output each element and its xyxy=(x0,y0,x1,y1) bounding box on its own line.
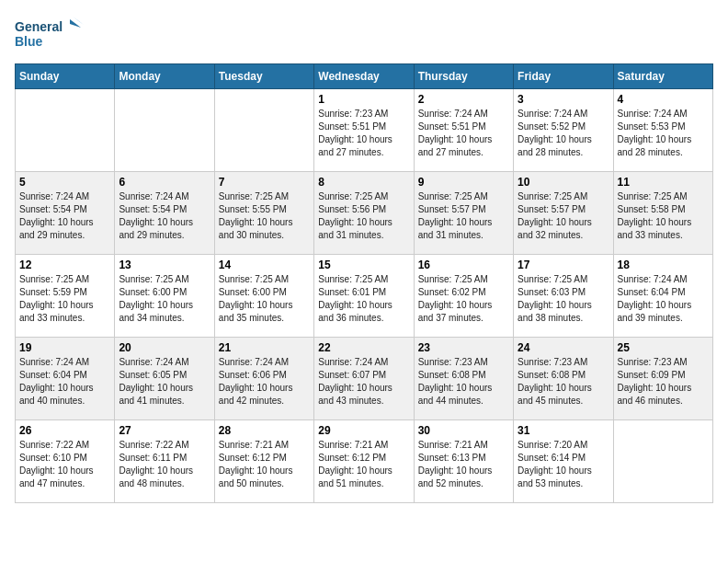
day-info: Sunrise: 7:24 AMSunset: 5:54 PMDaylight:… xyxy=(19,190,110,242)
weekday-header-thursday: Thursday xyxy=(414,64,513,89)
day-info: Sunrise: 7:20 AMSunset: 6:14 PMDaylight:… xyxy=(518,439,609,490)
calendar-cell: 11Sunrise: 7:25 AMSunset: 5:58 PMDayligh… xyxy=(613,172,712,255)
calendar-cell: 23Sunrise: 7:23 AMSunset: 6:08 PMDayligh… xyxy=(414,338,513,420)
day-number: 4 xyxy=(618,93,709,106)
logo: General Blue xyxy=(15,15,88,56)
day-number: 14 xyxy=(219,259,310,271)
calendar-cell: 6Sunrise: 7:24 AMSunset: 5:54 PMDaylight… xyxy=(115,172,214,255)
day-number: 17 xyxy=(518,259,609,271)
day-number: 28 xyxy=(219,424,310,437)
day-info: Sunrise: 7:25 AMSunset: 5:55 PMDaylight:… xyxy=(219,190,310,242)
day-info: Sunrise: 7:25 AMSunset: 6:00 PMDaylight:… xyxy=(219,273,310,325)
day-number: 16 xyxy=(418,259,509,271)
day-info: Sunrise: 7:24 AMSunset: 6:05 PMDaylight:… xyxy=(119,356,210,408)
day-info: Sunrise: 7:24 AMSunset: 5:52 PMDaylight:… xyxy=(518,108,609,159)
day-info: Sunrise: 7:22 AMSunset: 6:11 PMDaylight:… xyxy=(119,439,210,490)
day-number: 15 xyxy=(318,259,409,271)
calendar-cell: 31Sunrise: 7:20 AMSunset: 6:14 PMDayligh… xyxy=(514,420,613,503)
calendar-table: SundayMondayTuesdayWednesdayThursdayFrid… xyxy=(15,63,713,503)
day-info: Sunrise: 7:22 AMSunset: 6:10 PMDaylight:… xyxy=(19,439,110,490)
calendar-body: 1Sunrise: 7:23 AMSunset: 5:51 PMDaylight… xyxy=(16,89,713,503)
weekday-header-saturday: Saturday xyxy=(613,64,712,89)
day-info: Sunrise: 7:25 AMSunset: 6:03 PMDaylight:… xyxy=(518,273,609,325)
calendar-cell: 24Sunrise: 7:23 AMSunset: 6:08 PMDayligh… xyxy=(514,338,613,420)
weekday-header-monday: Monday xyxy=(115,64,214,89)
day-number: 27 xyxy=(119,424,210,437)
calendar-cell: 19Sunrise: 7:24 AMSunset: 6:04 PMDayligh… xyxy=(16,338,115,420)
day-number: 3 xyxy=(518,93,609,106)
calendar-cell: 12Sunrise: 7:25 AMSunset: 5:59 PMDayligh… xyxy=(16,255,115,338)
day-number: 6 xyxy=(119,176,210,189)
day-info: Sunrise: 7:24 AMSunset: 6:06 PMDaylight:… xyxy=(219,356,310,408)
calendar-week-2: 5Sunrise: 7:24 AMSunset: 5:54 PMDaylight… xyxy=(16,172,713,255)
calendar-cell: 27Sunrise: 7:22 AMSunset: 6:11 PMDayligh… xyxy=(115,420,214,503)
calendar-cell xyxy=(16,89,115,172)
logo-svg: General Blue xyxy=(15,15,88,56)
day-info: Sunrise: 7:25 AMSunset: 6:00 PMDaylight:… xyxy=(119,273,210,325)
day-info: Sunrise: 7:25 AMSunset: 5:57 PMDaylight:… xyxy=(418,190,509,242)
svg-text:General: General xyxy=(15,19,63,34)
calendar-cell: 17Sunrise: 7:25 AMSunset: 6:03 PMDayligh… xyxy=(514,255,613,338)
svg-text:Blue: Blue xyxy=(15,34,43,49)
day-number: 11 xyxy=(618,176,709,189)
page-header: General Blue xyxy=(15,15,713,56)
day-number: 7 xyxy=(219,176,310,189)
calendar-cell: 14Sunrise: 7:25 AMSunset: 6:00 PMDayligh… xyxy=(214,255,313,338)
calendar-cell: 29Sunrise: 7:21 AMSunset: 6:12 PMDayligh… xyxy=(314,420,414,503)
day-number: 18 xyxy=(618,259,709,271)
day-info: Sunrise: 7:25 AMSunset: 6:01 PMDaylight:… xyxy=(318,273,409,325)
day-number: 31 xyxy=(518,424,609,437)
weekday-header-friday: Friday xyxy=(514,64,613,89)
day-number: 9 xyxy=(418,176,509,189)
day-info: Sunrise: 7:23 AMSunset: 5:51 PMDaylight:… xyxy=(318,108,409,159)
calendar-cell: 28Sunrise: 7:21 AMSunset: 6:12 PMDayligh… xyxy=(214,420,313,503)
calendar-cell: 8Sunrise: 7:25 AMSunset: 5:56 PMDaylight… xyxy=(314,172,414,255)
calendar-cell: 25Sunrise: 7:23 AMSunset: 6:09 PMDayligh… xyxy=(613,338,712,420)
calendar-cell: 30Sunrise: 7:21 AMSunset: 6:13 PMDayligh… xyxy=(414,420,513,503)
day-number: 13 xyxy=(119,259,210,271)
day-number: 8 xyxy=(318,176,409,189)
day-info: Sunrise: 7:25 AMSunset: 5:57 PMDaylight:… xyxy=(518,190,609,242)
day-number: 12 xyxy=(19,259,110,271)
day-number: 29 xyxy=(318,424,409,437)
day-info: Sunrise: 7:24 AMSunset: 6:04 PMDaylight:… xyxy=(618,273,709,325)
day-info: Sunrise: 7:24 AMSunset: 6:04 PMDaylight:… xyxy=(19,356,110,408)
day-number: 10 xyxy=(518,176,609,189)
calendar-cell xyxy=(115,89,214,172)
calendar-cell xyxy=(214,89,313,172)
calendar-cell xyxy=(613,420,712,503)
day-info: Sunrise: 7:21 AMSunset: 6:12 PMDaylight:… xyxy=(318,439,409,490)
calendar-cell: 1Sunrise: 7:23 AMSunset: 5:51 PMDaylight… xyxy=(314,89,414,172)
weekday-header-wednesday: Wednesday xyxy=(314,64,414,89)
day-info: Sunrise: 7:25 AMSunset: 5:56 PMDaylight:… xyxy=(318,190,409,242)
day-number: 19 xyxy=(19,341,110,354)
day-number: 21 xyxy=(219,341,310,354)
calendar-cell: 4Sunrise: 7:24 AMSunset: 5:53 PMDaylight… xyxy=(613,89,712,172)
day-info: Sunrise: 7:25 AMSunset: 6:02 PMDaylight:… xyxy=(418,273,509,325)
calendar-cell: 15Sunrise: 7:25 AMSunset: 6:01 PMDayligh… xyxy=(314,255,414,338)
weekday-header-sunday: Sunday xyxy=(16,64,115,89)
day-number: 26 xyxy=(19,424,110,437)
calendar-cell: 7Sunrise: 7:25 AMSunset: 5:55 PMDaylight… xyxy=(214,172,313,255)
day-info: Sunrise: 7:23 AMSunset: 6:08 PMDaylight:… xyxy=(518,356,609,408)
calendar-week-5: 26Sunrise: 7:22 AMSunset: 6:10 PMDayligh… xyxy=(16,420,713,503)
calendar-cell: 13Sunrise: 7:25 AMSunset: 6:00 PMDayligh… xyxy=(115,255,214,338)
calendar-cell: 20Sunrise: 7:24 AMSunset: 6:05 PMDayligh… xyxy=(115,338,214,420)
calendar-week-1: 1Sunrise: 7:23 AMSunset: 5:51 PMDaylight… xyxy=(16,89,713,172)
calendar-cell: 16Sunrise: 7:25 AMSunset: 6:02 PMDayligh… xyxy=(414,255,513,338)
day-info: Sunrise: 7:23 AMSunset: 6:09 PMDaylight:… xyxy=(618,356,709,408)
day-info: Sunrise: 7:24 AMSunset: 5:54 PMDaylight:… xyxy=(119,190,210,242)
calendar-cell: 5Sunrise: 7:24 AMSunset: 5:54 PMDaylight… xyxy=(16,172,115,255)
calendar-cell: 21Sunrise: 7:24 AMSunset: 6:06 PMDayligh… xyxy=(214,338,313,420)
weekday-row: SundayMondayTuesdayWednesdayThursdayFrid… xyxy=(16,64,713,89)
calendar-cell: 26Sunrise: 7:22 AMSunset: 6:10 PMDayligh… xyxy=(16,420,115,503)
day-number: 24 xyxy=(518,341,609,354)
calendar-week-4: 19Sunrise: 7:24 AMSunset: 6:04 PMDayligh… xyxy=(16,338,713,420)
day-number: 25 xyxy=(618,341,709,354)
calendar-cell: 22Sunrise: 7:24 AMSunset: 6:07 PMDayligh… xyxy=(314,338,414,420)
day-info: Sunrise: 7:24 AMSunset: 5:53 PMDaylight:… xyxy=(618,108,709,159)
calendar-cell: 3Sunrise: 7:24 AMSunset: 5:52 PMDaylight… xyxy=(514,89,613,172)
day-info: Sunrise: 7:24 AMSunset: 5:51 PMDaylight:… xyxy=(418,108,509,159)
day-info: Sunrise: 7:21 AMSunset: 6:13 PMDaylight:… xyxy=(418,439,509,490)
calendar-cell: 10Sunrise: 7:25 AMSunset: 5:57 PMDayligh… xyxy=(514,172,613,255)
